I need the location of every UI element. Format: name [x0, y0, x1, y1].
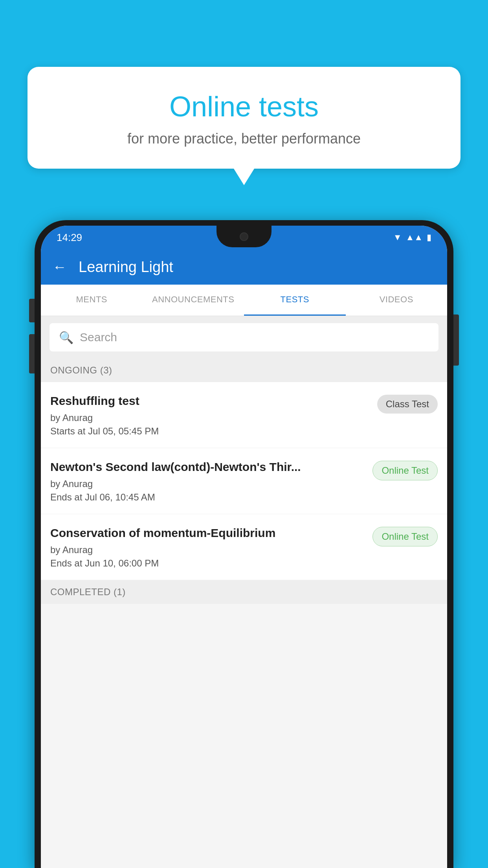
search-icon: 🔍	[59, 331, 73, 344]
test-item-3[interactable]: Conservation of momentum-Equilibrium by …	[41, 514, 447, 580]
status-icons: ▼ ▲▲ ▮	[393, 232, 431, 243]
status-bar: 14:29 ▼ ▲▲ ▮	[41, 226, 447, 249]
test-name-2: Newton's Second law(contd)-Newton's Thir…	[50, 459, 366, 474]
test-name-3: Conservation of momentum-Equilibrium	[50, 525, 366, 541]
tab-assignments[interactable]: MENTS	[41, 285, 143, 316]
volume-down-button[interactable]	[29, 334, 35, 373]
back-button[interactable]: ←	[53, 259, 67, 275]
test-date-2: Ends at Jul 06, 10:45 AM	[50, 492, 366, 503]
tab-announcements[interactable]: ANNOUNCEMENTS	[143, 285, 244, 316]
test-list: Reshuffling test by Anurag Starts at Jul…	[41, 382, 447, 580]
test-badge-1: Class Test	[377, 395, 438, 414]
test-badge-2: Online Test	[372, 461, 438, 480]
test-item-1[interactable]: Reshuffling test by Anurag Starts at Jul…	[41, 382, 447, 448]
test-item-2[interactable]: Newton's Second law(contd)-Newton's Thir…	[41, 448, 447, 514]
search-box[interactable]: 🔍 Search	[50, 323, 438, 351]
test-info-2: Newton's Second law(contd)-Newton's Thir…	[50, 459, 366, 503]
test-author-1: by Anurag	[50, 412, 371, 423]
test-info-3: Conservation of momentum-Equilibrium by …	[50, 525, 366, 569]
app-bar: ← Learning Light	[41, 249, 447, 285]
test-author-2: by Anurag	[50, 478, 366, 489]
front-camera	[240, 232, 248, 241]
test-date-3: Ends at Jun 10, 06:00 PM	[50, 558, 366, 569]
search-container: 🔍 Search	[41, 316, 447, 359]
tab-tests[interactable]: TESTS	[244, 285, 346, 316]
test-date-1: Starts at Jul 05, 05:45 PM	[50, 426, 371, 437]
signal-icon: ▲▲	[405, 232, 423, 243]
test-info-1: Reshuffling test by Anurag Starts at Jul…	[50, 393, 371, 437]
test-author-3: by Anurag	[50, 544, 366, 555]
tab-videos[interactable]: VIDEOS	[346, 285, 448, 316]
bubble-title: Online tests	[47, 90, 441, 123]
phone-frame: 14:29 ▼ ▲▲ ▮ ← Learning Light MENTS ANNO…	[35, 220, 453, 868]
power-button[interactable]	[453, 314, 459, 366]
test-name-1: Reshuffling test	[50, 393, 371, 408]
completed-section-header: COMPLETED (1)	[41, 580, 447, 604]
battery-icon: ▮	[427, 232, 431, 243]
search-input[interactable]: Search	[80, 331, 117, 344]
promo-bubble: Online tests for more practice, better p…	[28, 67, 460, 169]
ongoing-section-header: ONGOING (3)	[41, 359, 447, 382]
test-badge-3: Online Test	[372, 527, 438, 546]
bubble-subtitle: for more practice, better performance	[47, 131, 441, 147]
wifi-icon: ▼	[393, 232, 402, 243]
status-time: 14:29	[57, 232, 82, 244]
volume-up-button[interactable]	[29, 299, 35, 322]
notch	[216, 226, 272, 247]
app-bar-title: Learning Light	[79, 259, 173, 276]
tab-bar: MENTS ANNOUNCEMENTS TESTS VIDEOS	[41, 285, 447, 316]
phone-screen: 14:29 ▼ ▲▲ ▮ ← Learning Light MENTS ANNO…	[41, 226, 447, 868]
